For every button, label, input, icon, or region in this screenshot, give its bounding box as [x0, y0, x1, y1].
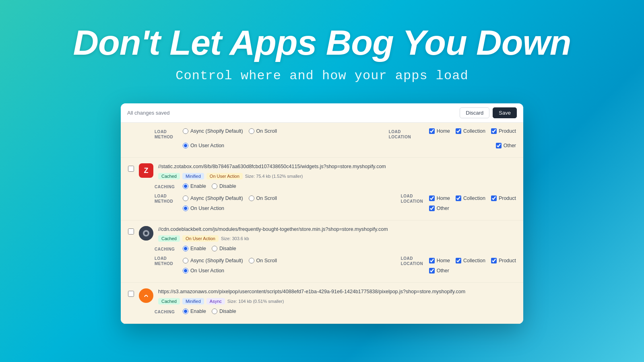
home-checkbox-1[interactable] — [429, 195, 435, 201]
disable-radio-1[interactable] — [212, 183, 217, 189]
on-scroll-option-1[interactable]: On Scroll — [249, 195, 277, 201]
other-check-0[interactable]: Other — [496, 143, 516, 148]
save-button[interactable]: Save — [493, 107, 517, 118]
on-user-action-tag-2: On User Action — [182, 235, 219, 242]
app-settings-2: CACHING Enable Disable — [155, 246, 516, 274]
panel-content: LOAD METHOD Async (Shopify Default) On S… — [121, 123, 523, 324]
home-checkbox-2[interactable] — [429, 258, 435, 263]
app-row-3: https://s3.amazonaws.com/pixelpop/userco… — [121, 283, 523, 324]
size-tag-1: Size: 75.4 kb (1.52% smaller) — [245, 174, 303, 179]
app-row-2: //cdn.codeblackbelt.com/js/modules/frequ… — [121, 220, 523, 283]
home-checkbox-0[interactable] — [429, 128, 435, 134]
load-method-full-row-1: LOAD METHOD Async (Shopify Default) On S… — [155, 193, 516, 211]
disable-option-2[interactable]: Disable — [212, 246, 236, 251]
caching-label-3: CACHING — [155, 309, 183, 315]
async-option-2[interactable]: Async (Shopify Default) — [183, 258, 243, 263]
app-row-1: Z //static.zotabox.com/8/b/8b78467aa630d… — [121, 158, 523, 220]
app-select-checkbox-3[interactable] — [128, 291, 134, 297]
caching-controls-2: Enable Disable — [183, 246, 516, 251]
other-checkbox-1[interactable] — [429, 206, 435, 211]
enable-option-3[interactable]: Enable — [183, 309, 206, 314]
async-radio-1[interactable] — [183, 195, 188, 201]
product-check-2[interactable]: Product — [491, 258, 516, 263]
svg-point-2 — [144, 232, 148, 235]
app-icon-3 — [139, 288, 153, 303]
discard-button[interactable]: Discard — [460, 107, 489, 118]
orange-icon-svg — [142, 291, 151, 300]
load-location-other-0: Other — [496, 143, 516, 148]
enable-radio-2[interactable] — [183, 246, 188, 251]
caching-row-2: CACHING Enable Disable — [155, 246, 516, 252]
app-url-section-2: //cdn.codeblackbelt.com/js/modules/frequ… — [158, 226, 516, 242]
on-scroll-radio-0[interactable] — [249, 128, 254, 134]
app-row-partial: LOAD METHOD Async (Shopify Default) On S… — [121, 123, 523, 158]
app-settings-3: CACHING Enable Disable — [155, 309, 516, 315]
on-user-action-option-1[interactable]: On User Action — [183, 206, 224, 211]
app-icon-2 — [139, 226, 153, 241]
product-check-1[interactable]: Product — [491, 195, 516, 201]
load-method-label-0b — [155, 143, 183, 144]
caching-row-1: CACHING Enable Disable — [155, 183, 516, 189]
product-checkbox-2[interactable] — [491, 258, 497, 263]
on-user-action-radio-1[interactable] — [183, 206, 188, 211]
load-method-row-0: LOAD METHOD Async (Shopify Default) On S… — [155, 128, 516, 140]
enable-option-2[interactable]: Enable — [183, 246, 206, 251]
product-checkbox-1[interactable] — [491, 195, 497, 201]
on-user-action-tag-1: On User Action — [206, 173, 243, 179]
on-scroll-option-2[interactable]: On Scroll — [249, 258, 277, 263]
on-user-action-radio-0[interactable] — [183, 143, 188, 148]
enable-option-1[interactable]: Enable — [183, 183, 206, 189]
disable-option-3[interactable]: Disable — [212, 309, 236, 314]
on-user-action-option-2[interactable]: On User Action — [183, 268, 224, 274]
app-select-checkbox-2[interactable] — [128, 228, 134, 234]
product-check-0[interactable]: Product — [491, 128, 516, 134]
panel-header: All changes saved Discard Save — [121, 103, 523, 123]
collection-checkbox-2[interactable] — [456, 258, 461, 263]
on-scroll-radio-2[interactable] — [249, 258, 254, 263]
save-status: All changes saved — [127, 110, 170, 116]
disable-option-1[interactable]: Disable — [212, 183, 236, 189]
on-scroll-radio-1[interactable] — [249, 195, 254, 201]
async-option-1[interactable]: Async (Shopify Default) — [183, 195, 243, 201]
caching-row-3: CACHING Enable Disable — [155, 309, 516, 315]
app-select-checkbox-1[interactable] — [128, 166, 134, 172]
on-user-action-option-0[interactable]: On User Action — [183, 143, 224, 148]
app-url-section-1: //static.zotabox.com/8/b/8b78467aa630d8f… — [158, 163, 516, 179]
load-method-label-0: LOAD METHOD — [155, 128, 183, 140]
async-option-0[interactable]: Async (Shopify Default) — [183, 128, 243, 134]
cached-tag-2: Cached — [158, 235, 180, 242]
collection-check-0[interactable]: Collection — [456, 128, 485, 134]
on-scroll-option-0[interactable]: On Scroll — [249, 128, 277, 134]
async-radio-2[interactable] — [183, 258, 188, 263]
size-tag-2: Size: 303.6 kb — [221, 236, 249, 241]
other-checkbox-0[interactable] — [496, 143, 502, 148]
load-method-controls-0b: On User Action — [183, 143, 448, 148]
caching-label-1: CACHING — [155, 183, 183, 189]
load-method-controls-0: Async (Shopify Default) On Scroll — [183, 128, 381, 134]
app-row-header-2: //cdn.codeblackbelt.com/js/modules/frequ… — [128, 226, 516, 242]
app-icon-1: Z — [139, 163, 153, 178]
collection-checkbox-0[interactable] — [456, 128, 461, 134]
app-row-header-1: Z //static.zotabox.com/8/b/8b78467aa630d… — [128, 163, 516, 179]
hero-title: Don't Let Apps Bog You Down — [73, 24, 571, 61]
collection-check-1[interactable]: Collection — [456, 195, 485, 201]
other-check-2[interactable]: Other — [429, 268, 449, 274]
home-check-1[interactable]: Home — [429, 195, 450, 201]
app-url-2: //cdn.codeblackbelt.com/js/modules/frequ… — [158, 226, 516, 233]
async-radio-0[interactable] — [183, 128, 188, 134]
disable-radio-2[interactable] — [212, 246, 217, 251]
other-checkbox-2[interactable] — [429, 268, 435, 274]
product-checkbox-0[interactable] — [491, 128, 497, 134]
on-user-action-radio-2[interactable] — [183, 268, 188, 274]
app-tags-2: Cached On User Action Size: 303.6 kb — [158, 235, 516, 242]
collection-check-2[interactable]: Collection — [456, 258, 485, 263]
load-location-label-2: LOAD LOCATION — [401, 255, 429, 266]
settings-panel: All changes saved Discard Save LOAD METH… — [121, 103, 523, 324]
enable-radio-1[interactable] — [183, 183, 188, 189]
collection-checkbox-1[interactable] — [456, 195, 461, 201]
other-check-1[interactable]: Other — [429, 206, 449, 211]
enable-radio-3[interactable] — [183, 309, 188, 314]
disable-radio-3[interactable] — [212, 309, 217, 314]
home-check-0[interactable]: Home — [429, 128, 450, 134]
home-check-2[interactable]: Home — [429, 258, 450, 263]
